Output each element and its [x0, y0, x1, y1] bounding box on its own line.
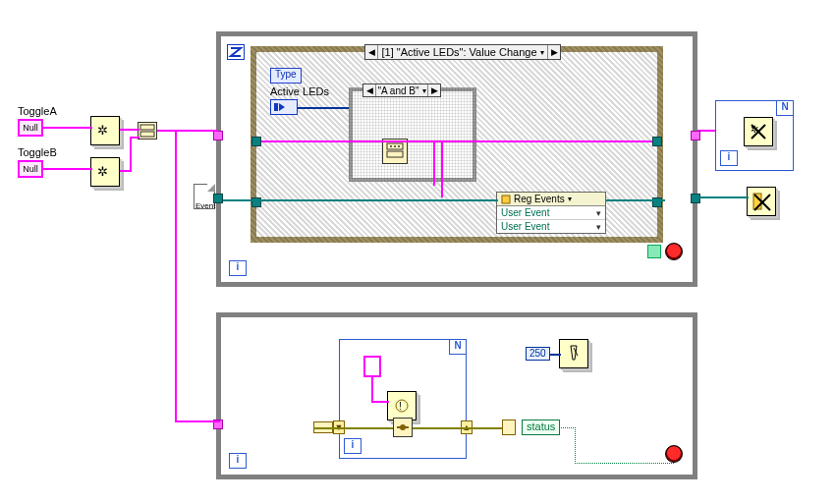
inner-case-label: "A and B" — [377, 85, 418, 96]
event-right-tunnel-cluster — [652, 137, 662, 146]
unbundle-by-name-node[interactable] — [502, 420, 516, 435]
toggle-a-terminal[interactable]: Null — [18, 119, 43, 137]
svg-point-9 — [394, 145, 396, 147]
event-case-next-icon[interactable]: ▶ — [547, 45, 560, 59]
event-type-tag: Type — [270, 68, 302, 84]
bundle-node[interactable] — [138, 122, 157, 140]
event-left-tunnel-cluster — [251, 137, 261, 146]
active-leds-label: Active LEDs — [270, 85, 329, 97]
inner-case-selector[interactable]: ◀ "A and B" ▾ ▶ — [362, 84, 441, 97]
register-events-header: Reg Events — [514, 194, 565, 204]
svg-point-19 — [396, 400, 408, 412]
toggle-b-label: ToggleB — [18, 146, 57, 158]
reg-events-row-0[interactable]: User Event▾ — [497, 206, 605, 220]
lower-loop-iteration-terminal: i — [229, 453, 247, 469]
event-case-selector[interactable]: ◀ [1] "Active LEDs": Value Change ▾ ▶ — [364, 44, 561, 60]
lower-loop-stop-button[interactable] — [665, 445, 683, 463]
for-loop-N2-terminal: N — [449, 339, 467, 355]
svg-point-8 — [390, 145, 392, 147]
reg-events-row-1[interactable]: User Event▾ — [497, 220, 605, 233]
upper-loop-left-tunnel-pink — [213, 131, 223, 140]
status-field-label: status — [522, 420, 560, 435]
for-loop-generate[interactable]: N i ! — [339, 339, 467, 459]
toggle-b-terminal[interactable]: Null — [18, 160, 43, 178]
user-event-ref-element — [363, 356, 381, 377]
inner-case-next-icon[interactable]: ▶ — [427, 84, 440, 96]
inner-case-prev-icon[interactable]: ◀ — [363, 84, 376, 96]
generate-user-event-icon[interactable]: ! — [387, 391, 417, 420]
wait-ms-constant[interactable]: 250 — [526, 347, 550, 361]
upper-loop-right-tunnel-pink — [691, 131, 700, 140]
upper-while-loop[interactable]: i Event ◀ [1] "Active LEDs": Value Chang… — [216, 31, 697, 287]
svg-point-10 — [398, 145, 400, 147]
active-leds-terminal[interactable] — [270, 99, 298, 115]
toggle-a-label: ToggleA — [18, 105, 57, 117]
svg-rect-7 — [387, 151, 403, 157]
upper-loop-iteration-terminal: i — [229, 260, 247, 276]
unregister-events-icon[interactable] — [747, 187, 776, 216]
chevron-down-icon[interactable]: ▾ — [568, 195, 572, 203]
upper-loop-stop-button[interactable] — [665, 243, 683, 260]
svg-text:✲: ✲ — [97, 164, 108, 179]
destroy-user-event-icon[interactable]: ✲ — [744, 117, 773, 146]
event-case-label: [1] "Active LEDs": Value Change — [381, 46, 536, 58]
for-loop-i1-terminal: i — [720, 150, 738, 166]
upper-loop-cond-terminal[interactable] — [647, 245, 661, 258]
merge-errors-node[interactable] — [393, 418, 413, 437]
svg-rect-2 — [140, 125, 154, 130]
lower-while-loop[interactable]: i 250 N i ! ▼ ▲ status — [216, 312, 697, 479]
svg-rect-11 — [502, 196, 510, 203]
upper-loop-left-tunnel-teal — [213, 194, 223, 203]
svg-text:!: ! — [399, 401, 402, 412]
svg-rect-3 — [140, 132, 154, 137]
svg-rect-22 — [397, 426, 409, 428]
svg-text:✲: ✲ — [97, 123, 108, 138]
for-loop-i2-terminal: i — [344, 438, 362, 454]
svg-marker-4 — [279, 103, 285, 111]
wait-ms-icon[interactable] — [559, 339, 588, 368]
register-for-events-node[interactable]: Reg Events ▾ User Event▾ User Event▾ — [496, 192, 606, 234]
inner-case-structure[interactable]: ◀ "A and B" ▾ ▶ — [349, 87, 476, 182]
svg-rect-5 — [274, 103, 278, 111]
create-user-event-a-icon[interactable]: ✲ — [90, 116, 120, 145]
event-case-prev-icon[interactable]: ◀ — [365, 45, 378, 59]
for-loop-destroy[interactable]: N i ✲ — [715, 100, 794, 171]
upper-loop-right-tunnel-teal — [691, 194, 700, 203]
dynamic-event-terminal-icon — [227, 44, 245, 60]
for-loop-N-terminal: N — [776, 100, 794, 116]
create-user-event-b-icon[interactable]: ✲ — [90, 157, 120, 187]
